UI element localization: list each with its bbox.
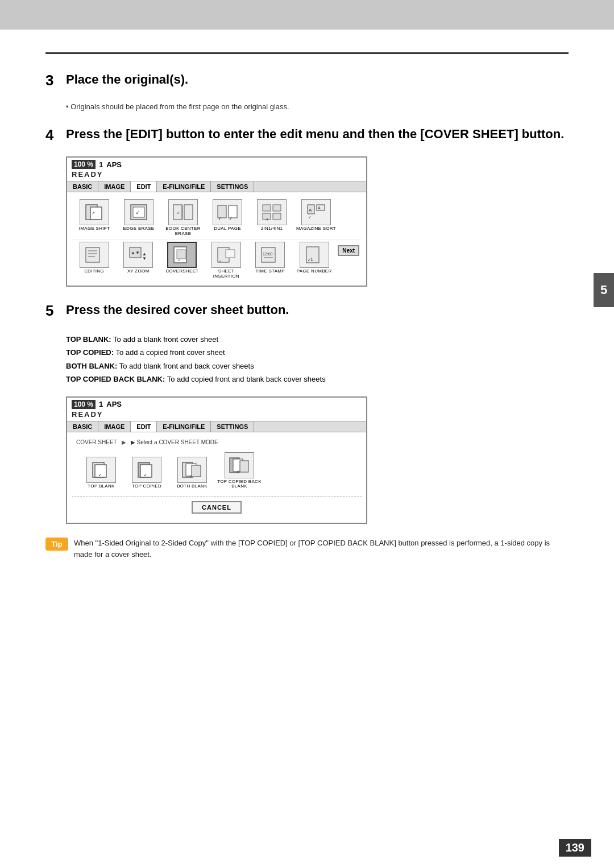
desc-top-copied-back-blank-label: TOP COPIED BACK BLANK: (66, 375, 165, 383)
svg-text:▼: ▼ (265, 218, 269, 221)
svg-rect-24 (86, 247, 99, 262)
svg-text:↙: ↙ (219, 259, 222, 263)
icon-time-stamp[interactable]: 12:00 TIME STAMP (250, 242, 291, 274)
next-btn-container: Next (338, 242, 359, 256)
svg-text:12:00: 12:00 (263, 252, 273, 256)
screen1-header: 100 % 1 APS READY (67, 158, 366, 181)
svg-rect-14 (263, 205, 271, 211)
svg-text:↗: ↗ (92, 211, 95, 215)
screen1-icon-row1: ↗ IMAGE SHIFT ↙ EDGE ERASE (72, 197, 362, 239)
step3-bullet: Originals should be placed from the firs… (66, 102, 569, 111)
icon-page-number[interactable]: 1 ↙ PAGE NUMBER (294, 242, 334, 274)
screen2-header: 100 % 1 APS READY (67, 398, 366, 421)
desc-top-blank-label: TOP BLANK: (66, 335, 111, 344)
icon-dual-page[interactable]: ↙ ↙ DUAL PAGE (207, 199, 248, 237)
icon-time-stamp-label: TIME STAMP (256, 269, 285, 274)
screen2-ready: READY (72, 409, 362, 420)
icon-top-copied-back-blank-label: TOP COPIED BACK BLANK (217, 480, 262, 490)
svg-rect-52 (192, 465, 201, 477)
desc-top-copied-label: TOP COPIED: (66, 348, 114, 357)
screen2-tab-edit[interactable]: EDIT (131, 421, 157, 432)
icon-edge-erase[interactable]: ↙ EDGE ERASE (118, 199, 159, 237)
step4-title: Press the [EDIT] button to enter the edi… (66, 127, 564, 142)
icon-xy-zoom[interactable]: ▲▼ ▲ ▼ XY ZOOM (118, 242, 158, 274)
screen2-cover-sheet-label: COVER SHEET (76, 439, 117, 445)
svg-text:↙: ↙ (98, 473, 102, 477)
icon-magazine-sort-label: MAGAZINE SORT (296, 226, 336, 232)
icon-top-copied-back-blank[interactable]: ↙ TOP COPIED BACK BLANK (217, 452, 262, 490)
svg-text:▲▼: ▲▼ (131, 250, 140, 255)
icon-sheet-insertion-label: SHEET INSERTION (206, 269, 246, 279)
svg-text:↙: ↙ (177, 210, 180, 214)
screen1-pages: 1 (99, 160, 103, 169)
tip-box: Tip When "1-Sided Original to 2-Sided Co… (45, 538, 569, 560)
icon-top-blank[interactable]: ↙ TOP BLANK (81, 457, 122, 489)
icon-top-copied[interactable]: ↙ TOP COPIED (126, 457, 167, 489)
svg-text:↙: ↙ (144, 473, 147, 477)
screen2-cover-sheet-info: COVER SHEET ▶ ▶ Select a COVER SHEET MOD… (72, 437, 362, 448)
screen1-mockup: 100 % 1 APS READY BASIC IMAGE EDIT E-FIL… (66, 156, 367, 287)
icon-book-center-erase-label: BOOK CENTER ERASE (163, 226, 204, 237)
screen1-tab-basic[interactable]: BASIC (67, 181, 98, 192)
icon-editing-label: EDITING (84, 269, 104, 274)
section-divider (45, 52, 569, 54)
icon-cover-sheet[interactable]: ↙ COVERSHEET (162, 242, 202, 274)
step3-title: Place the original(s). (66, 72, 188, 87)
svg-rect-36 (226, 250, 235, 258)
svg-text:↙: ↙ (308, 215, 312, 219)
screen2-inner: 100 % 1 APS READY BASIC IMAGE EDIT E-FIL… (66, 396, 367, 524)
screen2-cancel-row: CANCEL (72, 496, 362, 518)
step5-title: Press the desired cover sheet button. (66, 303, 289, 317)
screen1-header-top: 100 % 1 APS (72, 160, 362, 169)
screen2-arrow: ▶ (122, 439, 126, 445)
icon-image-shift[interactable]: ↗ IMAGE SHIFT (74, 199, 115, 237)
desc-top-copied-back-blank: TOP COPIED BACK BLANK: To add copied fro… (66, 373, 569, 386)
icon-xy-zoom-label: XY ZOOM (127, 269, 150, 274)
svg-text:↙: ↙ (218, 216, 222, 220)
tip-text: When "1-Sided Original to 2-Sided Copy" … (74, 538, 569, 560)
screen2-tab-basic[interactable]: BASIC (67, 421, 98, 432)
screen2-tab-image[interactable]: IMAGE (98, 421, 131, 432)
screen2-tabs: BASIC IMAGE EDIT E-FILING/FILE SETTINGS (67, 421, 366, 432)
screen2-pages: 1 (99, 400, 103, 408)
screen2-body: COVER SHEET ▶ ▶ Select a COVER SHEET MOD… (67, 432, 366, 523)
svg-rect-33 (177, 250, 186, 259)
next-button[interactable]: Next (338, 245, 359, 256)
step5-desc-list: TOP BLANK: To add a blank front cover sh… (66, 333, 569, 386)
desc-top-blank: TOP BLANK: To add a blank front cover sh… (66, 333, 569, 346)
screen2-tab-settings[interactable]: SETTINGS (211, 421, 254, 432)
icon-2in1-4in1[interactable]: ▼ 2IN1/4IN1 (251, 199, 292, 237)
svg-text:A: A (309, 208, 312, 213)
icon-image-shift-label: IMAGE SHIFT (79, 226, 110, 232)
step5-section: 5 Press the desired cover sheet button. (45, 303, 569, 319)
svg-rect-56 (240, 461, 248, 472)
step3-number: 3 (45, 72, 59, 89)
svg-text:↙: ↙ (189, 474, 193, 478)
icon-sheet-insertion[interactable]: ↙ SHEET INSERTION (206, 242, 246, 279)
screen1-tab-image[interactable]: IMAGE (98, 181, 131, 192)
icon-magazine-sort[interactable]: A A ↙ MAGAZINE SORT (296, 199, 337, 237)
screen1-tab-settings[interactable]: SETTINGS (211, 181, 254, 192)
icon-top-blank-label: TOP BLANK (88, 484, 114, 489)
icon-book-center-erase[interactable]: ↙ BOOK CENTER ERASE (163, 199, 204, 237)
screen1-tab-efiling[interactable]: E-FILING/FILE (157, 181, 211, 192)
svg-text:↙: ↙ (229, 216, 233, 220)
screen1-percent: 100 % (72, 160, 96, 169)
screen2-tab-efiling[interactable]: E-FILING/FILE (157, 421, 211, 432)
page-number: 139 (559, 839, 591, 857)
cancel-button[interactable]: CANCEL (192, 501, 242, 514)
icon-editing[interactable]: EDITING (74, 242, 114, 274)
icon-both-blank[interactable]: ↙ BOTH BLANK (172, 457, 213, 489)
icon-both-blank-label: BOTH BLANK (177, 484, 208, 489)
svg-rect-17 (273, 213, 281, 220)
screen2-percent: 100 % (72, 400, 96, 409)
svg-text:A: A (318, 206, 321, 210)
top-bar (0, 0, 614, 30)
screen1-icon-row2: EDITING ▲▼ ▲ ▼ XY ZOOM (72, 239, 362, 282)
step5-number: 5 (45, 303, 59, 319)
step4-number: 4 (45, 127, 59, 143)
svg-rect-15 (273, 205, 281, 211)
screen1-tabs: BASIC IMAGE EDIT E-FILING/FILE SETTINGS (67, 181, 366, 192)
icon-dual-page-label: DUAL PAGE (214, 226, 241, 232)
screen1-tab-edit[interactable]: EDIT (131, 181, 157, 192)
